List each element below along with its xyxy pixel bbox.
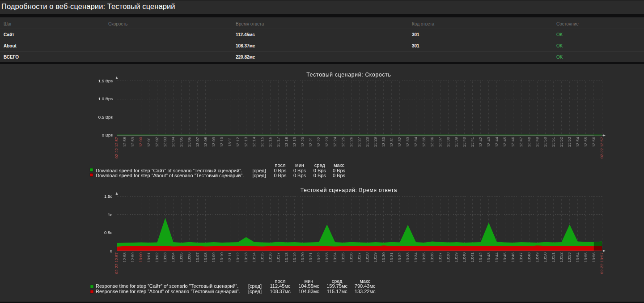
svg-text:115.17мс: 115.17мс xyxy=(327,289,347,294)
svg-text:13:12: 13:12 xyxy=(236,252,240,263)
svg-text:13:51: 13:51 xyxy=(551,137,555,147)
svg-text:13:18: 13:18 xyxy=(284,252,289,263)
svg-text:13:37: 13:37 xyxy=(438,252,442,263)
svg-text:13:13: 13:13 xyxy=(244,137,248,147)
svg-text:13:11: 13:11 xyxy=(228,252,232,262)
svg-text:13:25: 13:25 xyxy=(341,137,345,147)
svg-text:133.22мс: 133.22мс xyxy=(355,289,376,294)
svg-text:13:06: 13:06 xyxy=(187,252,191,263)
svg-text:13:38: 13:38 xyxy=(446,137,450,147)
svg-text:[сред]: [сред] xyxy=(248,289,262,294)
svg-text:13:19: 13:19 xyxy=(292,137,297,147)
svg-text:13:01: 13:01 xyxy=(147,137,151,147)
svg-text:02-22 13:57: 02-22 13:57 xyxy=(600,252,604,274)
svg-text:13:23: 13:23 xyxy=(325,252,329,263)
svg-text:13:16: 13:16 xyxy=(268,252,272,263)
svg-text:13:54: 13:54 xyxy=(576,252,580,263)
svg-text:13:17: 13:17 xyxy=(276,252,280,263)
svg-text:13:29: 13:29 xyxy=(373,252,377,263)
svg-text:13:10: 13:10 xyxy=(220,252,224,263)
svg-text:13:32: 13:32 xyxy=(398,252,402,263)
svg-text:13:34: 13:34 xyxy=(414,137,418,147)
svg-text:13:44: 13:44 xyxy=(495,252,499,263)
svg-text:Download speed for step ”About: Download speed for step ”About” of scena… xyxy=(96,173,244,178)
svg-text:13:41: 13:41 xyxy=(470,137,475,147)
svg-text:0.5c: 0.5c xyxy=(104,230,112,235)
svg-text:13:49: 13:49 xyxy=(535,252,539,263)
svg-text:13:36: 13:36 xyxy=(430,137,434,147)
svg-text:13:22: 13:22 xyxy=(317,137,321,147)
svg-text:13:14: 13:14 xyxy=(252,137,256,147)
svg-text:13:47: 13:47 xyxy=(519,137,523,147)
svg-text:0.5 Bps: 0.5 Bps xyxy=(98,115,113,119)
svg-text:13:08: 13:08 xyxy=(203,137,208,147)
svg-text:13:45: 13:45 xyxy=(503,252,507,263)
svg-text:13:35: 13:35 xyxy=(422,252,426,263)
svg-text:12:59: 12:59 xyxy=(131,252,135,263)
svg-text:13:07: 13:07 xyxy=(195,252,200,263)
svg-text:13:03: 13:03 xyxy=(163,137,167,147)
svg-text:12:58: 12:58 xyxy=(123,252,127,263)
svg-text:13:56: 13:56 xyxy=(592,252,596,263)
svg-text:Тестовый сценарий: Время ответ: Тестовый сценарий: Время ответа xyxy=(301,187,398,193)
svg-text:[сред]: [сред] xyxy=(248,283,262,289)
svg-text:1.0 Bps: 1.0 Bps xyxy=(98,96,113,101)
svg-text:13:56: 13:56 xyxy=(592,137,596,147)
svg-text:13:16: 13:16 xyxy=(268,137,272,147)
svg-text:13:10: 13:10 xyxy=(220,137,224,147)
svg-text:13:22: 13:22 xyxy=(317,252,321,263)
svg-text:790.43мс: 790.43мс xyxy=(355,283,376,289)
svg-text:13:15: 13:15 xyxy=(260,252,264,263)
svg-text:13:05: 13:05 xyxy=(179,137,183,147)
svg-text:макс: макс xyxy=(334,162,345,168)
svg-text:13:46: 13:46 xyxy=(511,252,515,263)
svg-text:13:26: 13:26 xyxy=(349,252,353,263)
svg-text:13:20: 13:20 xyxy=(301,252,305,263)
svg-text:1c: 1c xyxy=(108,212,112,217)
svg-text:посл: посл xyxy=(275,162,286,168)
svg-text:13:49: 13:49 xyxy=(535,137,539,147)
svg-text:13:24: 13:24 xyxy=(333,252,337,263)
svg-text:13:09: 13:09 xyxy=(212,252,216,263)
svg-text:13:52: 13:52 xyxy=(559,137,564,147)
svg-text:13:28: 13:28 xyxy=(365,137,369,147)
svg-text:13:53: 13:53 xyxy=(567,252,572,263)
svg-text:13:50: 13:50 xyxy=(543,137,547,147)
svg-text:13:23: 13:23 xyxy=(325,137,329,147)
svg-text:13:02: 13:02 xyxy=(155,137,159,147)
svg-text:0 Bps: 0 Bps xyxy=(314,173,326,178)
svg-text:13:05: 13:05 xyxy=(179,252,183,263)
svg-text:13:21: 13:21 xyxy=(309,252,313,263)
svg-text:13:33: 13:33 xyxy=(406,137,410,147)
svg-text:1.5 Bps: 1.5 Bps xyxy=(98,78,113,83)
svg-text:112.45мс: 112.45мс xyxy=(270,283,291,289)
svg-text:[сред]: [сред] xyxy=(252,173,266,178)
svg-text:13:06: 13:06 xyxy=(187,137,191,147)
svg-text:104.55мс: 104.55мс xyxy=(298,283,319,289)
svg-text:13:17: 13:17 xyxy=(276,137,280,147)
svg-text:13:29: 13:29 xyxy=(373,137,377,147)
svg-text:13:42: 13:42 xyxy=(479,137,483,147)
svg-text:13:55: 13:55 xyxy=(584,252,588,263)
svg-text:13:24: 13:24 xyxy=(333,137,337,147)
svg-text:13:14: 13:14 xyxy=(252,252,256,263)
svg-text:13:30: 13:30 xyxy=(381,252,386,263)
svg-text:104.83мс: 104.83мс xyxy=(298,289,319,294)
svg-text:13:44: 13:44 xyxy=(495,137,499,147)
svg-text:13:43: 13:43 xyxy=(487,137,491,147)
svg-text:Response time for step ”About”: Response time for step ”About” of scenar… xyxy=(96,289,240,294)
svg-text:0 Bps: 0 Bps xyxy=(102,132,113,137)
svg-text:13:55: 13:55 xyxy=(584,137,588,147)
svg-text:13:11: 13:11 xyxy=(228,137,232,147)
svg-text:13:42: 13:42 xyxy=(479,252,483,263)
svg-text:13:13: 13:13 xyxy=(244,252,248,263)
svg-text:13:27: 13:27 xyxy=(357,137,361,147)
svg-text:108.37мс: 108.37мс xyxy=(270,289,291,294)
svg-text:13:51: 13:51 xyxy=(551,252,555,263)
svg-text:Тестовый сценарий: Скорость: Тестовый сценарий: Скорость xyxy=(306,72,391,78)
svg-text:13:35: 13:35 xyxy=(422,137,426,147)
svg-text:13:12: 13:12 xyxy=(236,137,240,147)
svg-text:13:26: 13:26 xyxy=(349,137,353,147)
svg-text:13:48: 13:48 xyxy=(527,252,531,263)
svg-text:13:18: 13:18 xyxy=(284,137,289,147)
